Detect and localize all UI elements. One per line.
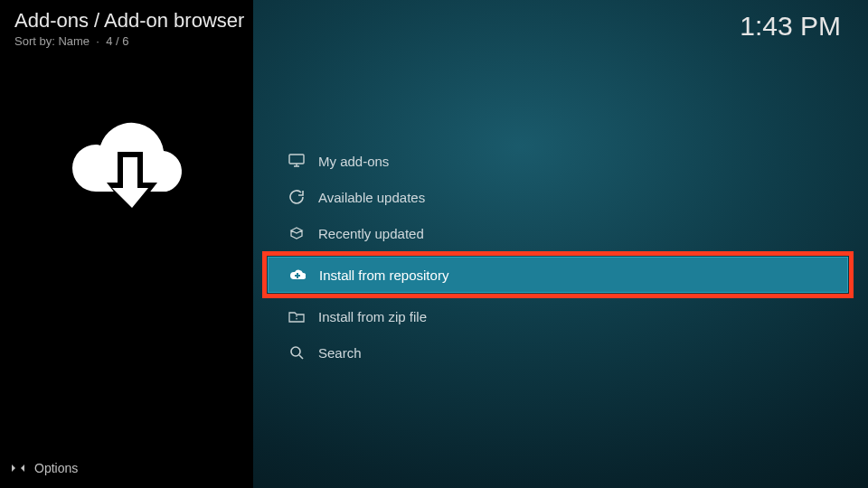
sort-line: Sort by: Name · 4 / 6 (14, 34, 244, 48)
refresh-icon (284, 190, 309, 204)
sliders-icon (11, 461, 25, 475)
menu-item-install-from-repository[interactable]: Install from repository (268, 257, 848, 293)
menu-item-label: Available updates (318, 190, 425, 205)
svg-rect-18 (295, 275, 300, 277)
menu-item-install-from-zip[interactable]: Install from zip file (268, 298, 852, 334)
menu-item-search[interactable]: Search (268, 334, 852, 371)
openbox-icon (284, 226, 309, 240)
svg-point-19 (291, 347, 300, 356)
list-position: 4 / 6 (106, 34, 128, 48)
menu-item-available-updates[interactable]: Available updates (268, 179, 852, 215)
highlight-annotation: Install from repository (262, 251, 854, 298)
sort-prefix: Sort by: (14, 34, 55, 48)
menu-list: My add-ons Available updates Recently up… (268, 143, 852, 371)
menu-item-label: Recently updated (318, 226, 424, 241)
cloud-plus-icon (285, 268, 310, 281)
options-label: Options (34, 461, 78, 475)
menu-item-label: My add-ons (318, 154, 389, 169)
menu-item-label: Install from zip file (318, 309, 427, 324)
menu-item-recently-updated[interactable]: Recently updated (268, 215, 852, 251)
sidebar: Add-ons / Add-on browser Sort by: Name ·… (0, 0, 253, 488)
menu-item-my-addons[interactable]: My add-ons (268, 143, 852, 179)
breadcrumb: Add-ons / Add-on browser (14, 9, 244, 33)
clock: 1:43 PM (740, 11, 841, 42)
sort-field: Name (58, 34, 90, 48)
menu-item-label: Install from repository (319, 267, 448, 283)
monitor-icon (284, 154, 309, 168)
folder-zip-icon (284, 310, 309, 323)
menu-item-label: Search (318, 345, 362, 361)
search-icon (284, 345, 309, 360)
header: Add-ons / Add-on browser Sort by: Name ·… (14, 9, 244, 48)
options-button[interactable]: Options (11, 461, 78, 475)
cloud-download-icon (63, 114, 199, 231)
svg-rect-16 (289, 155, 304, 164)
